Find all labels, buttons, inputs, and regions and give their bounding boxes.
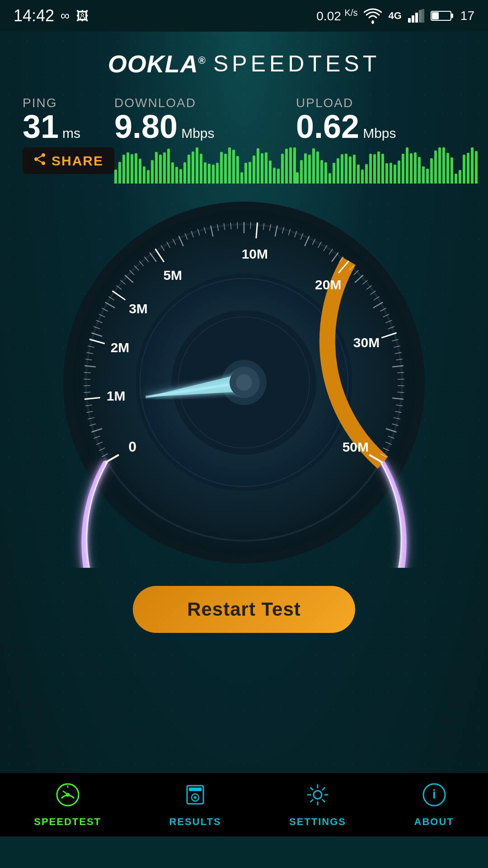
network-speed: 0.02 K/s [316, 8, 357, 24]
svg-text:5M: 5M [163, 268, 182, 283]
settings-nav-icon [305, 782, 330, 812]
svg-point-144 [194, 796, 197, 799]
speedtest-nav-icon [55, 782, 80, 812]
about-nav-icon: i [422, 782, 447, 812]
battery-icon [431, 9, 454, 22]
svg-line-54 [84, 373, 91, 373]
speedometer: 01M2M3M5M10M20M30M50M [59, 197, 429, 568]
share-icon [33, 153, 46, 169]
download-waveform [114, 147, 296, 184]
svg-line-86 [237, 222, 238, 229]
svg-point-137 [236, 374, 252, 391]
speedtest-title: SPEEDTEST [213, 51, 380, 77]
share-label: SHARE [52, 153, 103, 169]
svg-text:1M: 1M [107, 388, 126, 403]
battery-level: 17 [460, 9, 474, 23]
status-bar: 14:42 ∞ 🖼 0.02 K/s 4G [0, 0, 488, 32]
nav-about[interactable]: i ABOUT [414, 782, 454, 828]
speedometer-svg: 01M2M3M5M10M20M30M50M [59, 197, 429, 568]
svg-text:20M: 20M [315, 277, 341, 292]
svg-point-145 [314, 791, 322, 799]
svg-point-0 [371, 21, 374, 24]
nav-settings[interactable]: SETTINGS [289, 782, 346, 828]
svg-rect-1 [408, 18, 411, 23]
svg-rect-4 [419, 10, 422, 23]
svg-text:50M: 50M [343, 439, 369, 454]
svg-rect-8 [451, 14, 453, 18]
wifi-icon [364, 8, 382, 24]
svg-rect-3 [415, 13, 418, 23]
status-left: 14:42 ∞ 🖼 [14, 6, 89, 25]
svg-line-12 [36, 155, 43, 159]
infinity-icon: ∞ [61, 9, 70, 23]
nav-about-label: ABOUT [414, 816, 454, 828]
upload-unit: Mbps [363, 126, 396, 141]
download-value: 9.80 [114, 110, 178, 143]
svg-point-140 [66, 793, 70, 797]
bottom-nav: SPEEDTEST RESULTS SETTINGS [0, 773, 488, 836]
stats-row: PING 31 ms SHARE DOWN [0, 87, 488, 188]
results-nav-icon [183, 782, 208, 812]
svg-rect-2 [412, 15, 414, 23]
upload-value: 0.62 [296, 110, 359, 143]
svg-text:30M: 30M [353, 335, 380, 350]
svg-rect-7 [432, 12, 439, 19]
svg-line-51 [84, 392, 91, 392]
svg-text:0: 0 [128, 439, 136, 455]
svg-text:3M: 3M [129, 301, 148, 316]
share-button[interactable]: SHARE [23, 147, 114, 174]
nav-speedtest-label: SPEEDTEST [34, 816, 101, 828]
svg-line-123 [397, 392, 404, 392]
svg-text:2M: 2M [111, 340, 130, 355]
svg-line-13 [36, 159, 43, 163]
app-header: OOKLA® SPEEDTEST [0, 32, 488, 87]
status-time: 14:42 [14, 6, 54, 25]
svg-rect-142 [189, 788, 202, 791]
download-block: DOWNLOAD 9.80 Mbps [114, 96, 296, 184]
svg-line-88 [250, 222, 251, 229]
ping-unit: ms [62, 126, 80, 141]
upload-waveform [296, 147, 478, 184]
network-type: 4G [388, 10, 401, 22]
svg-rect-5 [422, 9, 424, 23]
svg-text:i: i [432, 787, 436, 801]
nav-speedtest[interactable]: SPEEDTEST [34, 782, 101, 828]
status-right: 0.02 K/s 4G 17 [316, 8, 474, 24]
upload-block: UPLOAD 0.62 Mbps [296, 96, 478, 184]
image-icon: 🖼 [76, 9, 89, 24]
nav-settings-label: SETTINGS [289, 816, 346, 828]
ping-block: PING 31 ms SHARE [23, 96, 114, 184]
ping-value: 31 [23, 110, 59, 143]
signal-icon [408, 9, 424, 23]
svg-text:10M: 10M [242, 246, 268, 261]
nav-results[interactable]: RESULTS [169, 782, 221, 828]
ookla-logo: OOKLA® [108, 50, 206, 78]
nav-results-label: RESULTS [169, 816, 221, 828]
download-unit: Mbps [181, 126, 214, 141]
restart-button[interactable]: Restart Test [133, 586, 355, 633]
main-content: OOKLA® SPEEDTEST PING 31 ms [0, 32, 488, 836]
svg-line-120 [397, 373, 404, 373]
